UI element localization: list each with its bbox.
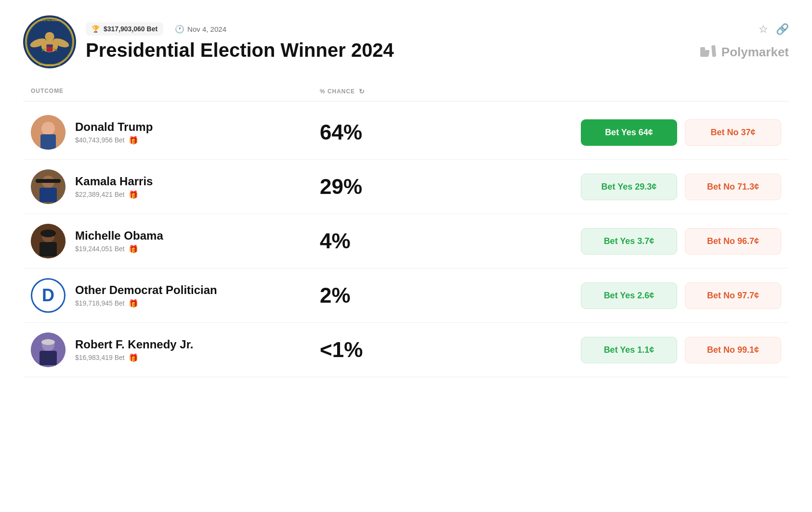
outcome-info-harris: Kamala Harris $22,389,421 Bet 🎁 <box>75 175 153 199</box>
avatar-harris <box>31 169 65 204</box>
header-meta: 🏆 $317,903,060 Bet 🕐 Nov 4, 2024 Preside… <box>86 22 690 62</box>
outcome-info-rfk: Robert F. Kennedy Jr. $16,983,419 Bet 🎁 <box>75 338 193 362</box>
svg-rect-26 <box>36 179 61 183</box>
bet-no-button-dem[interactable]: Bet No 97.7¢ <box>685 282 781 309</box>
outcome-name-harris: Kamala Harris <box>75 175 153 188</box>
presidential-seal: ★ ★ ★ SEAL OF THE PRESIDENT OF THE UNITE… <box>23 15 76 68</box>
avatar-rfk <box>31 333 65 367</box>
bet-no-button-michelle[interactable]: Bet No 96.7¢ <box>685 228 781 255</box>
outcome-left-harris: Kamala Harris $22,389,421 Bet 🎁 <box>31 169 320 204</box>
svg-rect-29 <box>39 242 57 256</box>
table-row: Kamala Harris $22,389,421 Bet 🎁 29% Bet … <box>23 160 789 214</box>
link-button[interactable]: 🔗 <box>776 23 789 36</box>
bet-amount-michelle: $19,244,051 Bet <box>75 245 125 253</box>
bet-buttons-rfk: Bet Yes 1.1¢ Bet No 99.1¢ <box>416 337 781 363</box>
outcome-sub-trump: $40,743,956 Bet 🎁 <box>75 136 153 145</box>
bet-yes-button-trump[interactable]: Bet Yes 64¢ <box>581 119 677 146</box>
avatar-dem: D <box>31 278 65 313</box>
outcome-left-michelle: Michelle Obama $19,244,051 Bet 🎁 <box>31 224 320 258</box>
bet-yes-button-harris[interactable]: Bet Yes 29.3¢ <box>581 174 677 200</box>
outcome-sub-rfk: $16,983,419 Bet 🎁 <box>75 353 193 362</box>
trophy-icon: 🏆 <box>92 25 100 33</box>
svg-text:SEAL OF THE PRESIDENT: SEAL OF THE PRESIDENT <box>38 20 61 22</box>
bet-no-button-rfk[interactable]: Bet No 99.1¢ <box>685 337 781 363</box>
gift-icon-michelle[interactable]: 🎁 <box>129 244 138 254</box>
header-right: ☆ 🔗 Polymarket <box>699 23 789 61</box>
refresh-icon[interactable]: ↻ <box>359 88 365 95</box>
svg-point-34 <box>41 339 55 345</box>
svg-point-30 <box>40 230 56 237</box>
svg-rect-18 <box>711 45 716 57</box>
outcome-left-trump: Donald Trump $40,743,956 Bet 🎁 <box>31 115 320 150</box>
bet-amount-rfk: $16,983,419 Bet <box>75 354 125 361</box>
bet-amount-trump: $40,743,956 Bet <box>75 136 125 144</box>
bet-buttons-dem: Bet Yes 2.6¢ Bet No 97.7¢ <box>416 282 781 309</box>
gift-icon-rfk[interactable]: 🎁 <box>129 353 138 362</box>
page-title: Presidential Election Winner 2024 <box>86 38 690 62</box>
outcome-sub-dem: $19,718,945 Bet 🎁 <box>75 299 217 308</box>
outcome-info-michelle: Michelle Obama $19,244,051 Bet 🎁 <box>75 229 163 254</box>
outcome-info-dem: Other Democrat Politician $19,718,945 Be… <box>75 283 217 308</box>
polymarket-label: Polymarket <box>721 45 789 60</box>
table-row: Robert F. Kennedy Jr. $16,983,419 Bet 🎁 … <box>23 323 789 377</box>
chance-value-trump: 64% <box>320 120 416 144</box>
bet-buttons-harris: Bet Yes 29.3¢ Bet No 71.3¢ <box>416 174 781 200</box>
header-action-icons: ☆ 🔗 <box>759 23 789 36</box>
outcome-name-dem: Other Democrat Politician <box>75 283 217 297</box>
rows-container: Donald Trump $40,743,956 Bet 🎁 64% Bet Y… <box>23 105 789 377</box>
outcomes-table: OUTCOME % CHANCE ↻ Donald Trump $40,743,… <box>23 84 789 377</box>
bet-amount-dem: $19,718,945 Bet <box>75 299 125 307</box>
table-row: Donald Trump $40,743,956 Bet 🎁 64% Bet Y… <box>23 105 789 160</box>
outcome-left-rfk: Robert F. Kennedy Jr. $16,983,419 Bet 🎁 <box>31 333 320 367</box>
gift-icon-harris[interactable]: 🎁 <box>129 190 138 199</box>
col-outcome-label: OUTCOME <box>31 88 320 95</box>
svg-rect-10 <box>47 44 53 47</box>
outcome-info-trump: Donald Trump $40,743,956 Bet 🎁 <box>75 120 153 145</box>
chance-value-rfk: <1% <box>320 338 416 362</box>
table-row: D Other Democrat Politician $19,718,945 … <box>23 269 789 323</box>
avatar-michelle <box>31 224 65 258</box>
outcome-sub-harris: $22,389,421 Bet 🎁 <box>75 190 153 199</box>
page-header: ★ ★ ★ SEAL OF THE PRESIDENT OF THE UNITE… <box>23 15 789 68</box>
bet-no-button-harris[interactable]: Bet No 71.3¢ <box>685 174 781 200</box>
col-chance-label: % CHANCE ↻ <box>320 88 416 95</box>
bet-buttons-michelle: Bet Yes 3.7¢ Bet No 96.7¢ <box>416 228 781 255</box>
clock-icon: 🕐 <box>175 25 184 34</box>
polymarket-logo: Polymarket <box>699 43 789 61</box>
bet-buttons-trump: Bet Yes 64¢ Bet No 37¢ <box>416 119 781 146</box>
outcome-name-rfk: Robert F. Kennedy Jr. <box>75 338 193 351</box>
svg-rect-33 <box>39 351 57 365</box>
table-row: Michelle Obama $19,244,051 Bet 🎁 4% Bet … <box>23 214 789 269</box>
svg-point-20 <box>41 122 55 135</box>
bet-yes-button-rfk[interactable]: Bet Yes 1.1¢ <box>581 337 677 363</box>
svg-text:OF THE UNITED STATES: OF THE UNITED STATES <box>39 64 61 66</box>
outcome-sub-michelle: $19,244,051 Bet 🎁 <box>75 244 163 254</box>
gift-icon-trump[interactable]: 🎁 <box>129 136 138 145</box>
bet-no-button-trump[interactable]: Bet No 37¢ <box>685 119 781 146</box>
svg-rect-25 <box>39 188 57 202</box>
date-info: 🕐 Nov 4, 2024 <box>175 25 226 34</box>
svg-text:★ ★ ★: ★ ★ ★ <box>46 32 53 35</box>
bookmark-button[interactable]: ☆ <box>759 23 768 36</box>
outcome-name-michelle: Michelle Obama <box>75 229 163 243</box>
chance-value-michelle: 4% <box>320 229 416 253</box>
date-label: Nov 4, 2024 <box>187 25 226 33</box>
bet-yes-button-dem[interactable]: Bet Yes 2.6¢ <box>581 282 677 309</box>
total-bet: $317,903,060 Bet <box>104 25 157 33</box>
header-top-row: 🏆 $317,903,060 Bet 🕐 Nov 4, 2024 <box>86 22 690 36</box>
gift-icon-dem[interactable]: 🎁 <box>129 299 138 308</box>
trophy-badge: 🏆 $317,903,060 Bet <box>86 22 163 36</box>
chance-value-dem: 2% <box>320 283 416 307</box>
bet-amount-harris: $22,389,421 Bet <box>75 191 125 198</box>
avatar-trump <box>31 115 65 150</box>
bet-yes-button-michelle[interactable]: Bet Yes 3.7¢ <box>581 228 677 255</box>
outcome-left-dem: D Other Democrat Politician $19,718,945 … <box>31 278 320 313</box>
table-header: OUTCOME % CHANCE ↻ <box>23 84 789 99</box>
outcome-name-trump: Donald Trump <box>75 120 153 134</box>
chance-value-harris: 29% <box>320 175 416 199</box>
table-divider <box>23 101 789 102</box>
polymarket-icon <box>699 43 717 61</box>
